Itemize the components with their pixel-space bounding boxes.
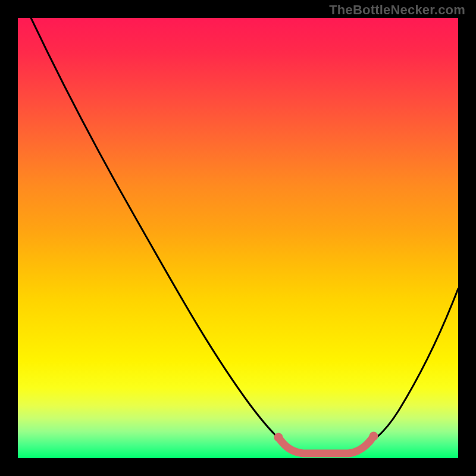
chart-container: TheBottleNecker.com [0, 0, 476, 476]
watermark-text: TheBottleNecker.com [329, 2, 465, 18]
plot-area [18, 18, 458, 458]
bottleneck-curve [31, 18, 458, 452]
optimal-region-marker [278, 436, 374, 453]
optimal-right-cap [373, 436, 374, 437]
optimal-left-cap [278, 437, 279, 438]
curve-layer [18, 18, 458, 458]
